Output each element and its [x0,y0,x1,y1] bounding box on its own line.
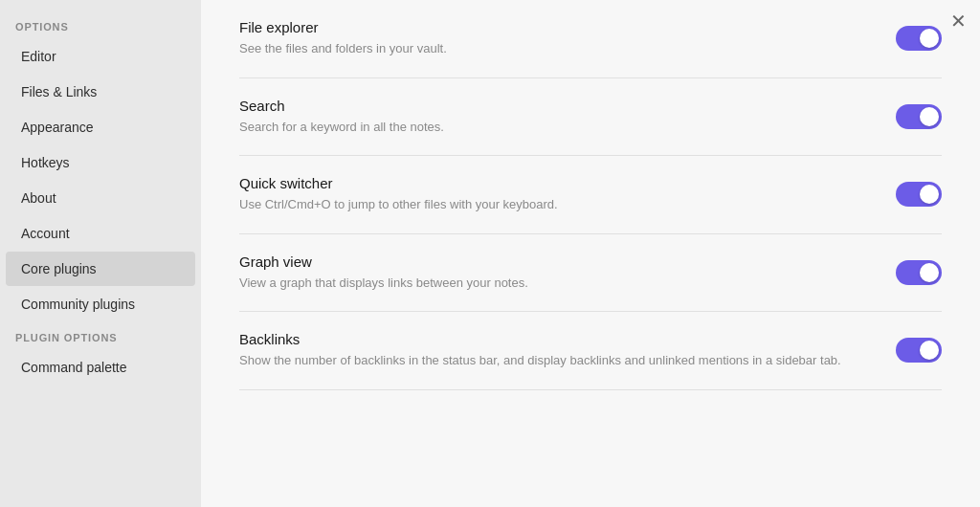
setting-info-file-explorer: File explorerSee the files and folders i… [239,19,896,58]
sidebar: OPTIONS EditorFiles & LinksAppearanceHot… [0,0,201,507]
setting-row-file-explorer: File explorerSee the files and folders i… [239,0,942,78]
sidebar-item-appearance[interactable]: Appearance [6,110,195,144]
main-content: ✕ File explorerSee the files and folders… [201,0,980,507]
close-button[interactable]: ✕ [950,11,967,31]
setting-info-graph-view: Graph viewView a graph that displays lin… [239,254,896,293]
toggle-graph-view[interactable] [896,260,942,285]
toggle-search[interactable] [896,104,942,129]
setting-info-quick-switcher: Quick switcherUse Ctrl/Cmd+O to jump to … [239,175,896,214]
setting-desc-file-explorer: See the files and folders in your vault. [239,39,858,58]
options-section-label: OPTIONS [0,11,201,38]
setting-title-search: Search [239,98,858,114]
setting-title-file-explorer: File explorer [239,19,858,35]
setting-desc-search: Search for a keyword in all the notes. [239,118,858,137]
setting-info-search: SearchSearch for a keyword in all the no… [239,98,896,137]
sidebar-item-editor[interactable]: Editor [6,39,195,74]
sidebar-item-command-palette[interactable]: Command palette [6,350,195,385]
toggle-file-explorer[interactable] [896,26,942,51]
sidebar-item-hotkeys[interactable]: Hotkeys [6,145,195,180]
setting-desc-quick-switcher: Use Ctrl/Cmd+O to jump to other files wi… [239,195,858,214]
sidebar-item-files-links[interactable]: Files & Links [6,75,195,109]
setting-row-quick-switcher: Quick switcherUse Ctrl/Cmd+O to jump to … [239,156,942,234]
setting-title-quick-switcher: Quick switcher [239,175,858,191]
setting-title-backlinks: Backlinks [239,331,858,347]
setting-desc-backlinks: Show the number of backlinks in the stat… [239,351,858,370]
setting-row-search: SearchSearch for a keyword in all the no… [239,78,942,157]
sidebar-item-core-plugins[interactable]: Core plugins [6,252,195,286]
plugin-options-section-label: PLUGIN OPTIONS [0,322,201,349]
sidebar-item-account[interactable]: Account [6,216,195,251]
setting-desc-graph-view: View a graph that displays links between… [239,274,858,293]
setting-row-graph-view: Graph viewView a graph that displays lin… [239,234,942,313]
sidebar-item-about[interactable]: About [6,181,195,215]
sidebar-item-community-plugins[interactable]: Community plugins [6,287,195,321]
setting-row-backlinks: BacklinksShow the number of backlinks in… [239,312,942,390]
setting-title-graph-view: Graph view [239,254,858,270]
setting-info-backlinks: BacklinksShow the number of backlinks in… [239,331,896,370]
toggle-backlinks[interactable] [896,338,942,363]
toggle-quick-switcher[interactable] [896,182,942,207]
